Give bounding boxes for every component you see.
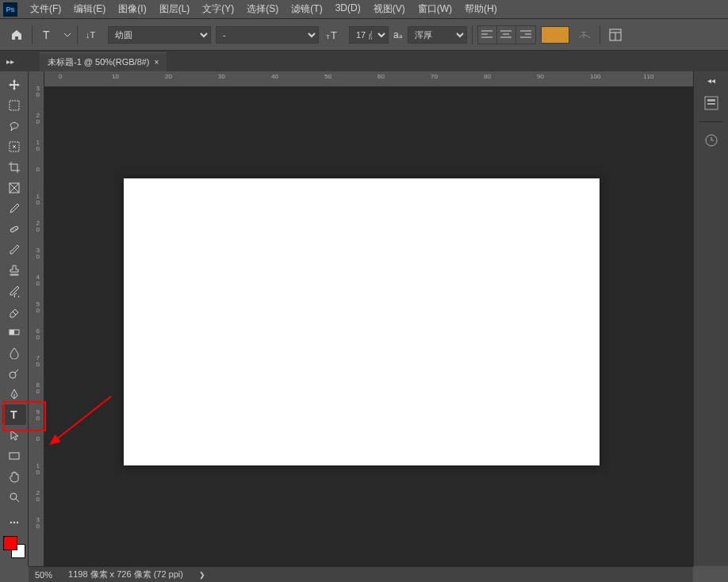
text-orientation-button[interactable]: ↓T xyxy=(82,25,103,45)
menu-bar: Ps 文件(F)编辑(E)图像(I)图层(L)文字(Y)选择(S)滤镜(T)3D… xyxy=(0,0,728,19)
svg-point-20 xyxy=(16,522,17,523)
align-right-button[interactable] xyxy=(516,26,535,44)
menu-item[interactable]: 窗口(W) xyxy=(412,1,458,17)
font-size-icon: TT xyxy=(324,25,344,45)
document-tab-title: 未标题-1 @ 50%(RGB/8#) xyxy=(48,56,150,68)
menu-item[interactable]: 视图(V) xyxy=(367,1,412,17)
options-bar: T ↓T 幼圆 - TT 17 点 aₐ 浑厚 T xyxy=(0,19,728,51)
eraser-tool[interactable] xyxy=(2,301,26,322)
menu-item[interactable]: 图像(I) xyxy=(112,1,152,17)
properties-panel-icon[interactable] xyxy=(699,91,723,115)
quick-select-tool[interactable] xyxy=(2,136,26,157)
align-left-button[interactable] xyxy=(478,26,497,44)
svg-text:T: T xyxy=(10,408,17,421)
move-tool[interactable] xyxy=(2,75,26,95)
character-panel-button[interactable] xyxy=(605,25,626,45)
menu-item[interactable]: 滤镜(T) xyxy=(285,1,328,17)
svg-point-10 xyxy=(12,228,13,229)
svg-point-14 xyxy=(10,372,16,378)
history-brush-tool[interactable] xyxy=(2,281,26,301)
svg-point-19 xyxy=(13,522,14,523)
status-bar: 50% 1198 像素 x 726 像素 (72 ppi) ❯ xyxy=(29,566,693,582)
hand-tool[interactable] xyxy=(2,466,26,487)
tools-panel: T xyxy=(0,71,29,566)
vertical-ruler: 30201001020304050607080900102030 xyxy=(29,71,44,566)
menu-item[interactable]: 文件(F) xyxy=(24,1,67,17)
crop-tool[interactable] xyxy=(2,157,26,178)
menu-item[interactable]: 图层(L) xyxy=(153,1,197,17)
close-tab-button[interactable]: × xyxy=(155,58,159,67)
app-logo-icon: Ps xyxy=(3,2,17,17)
path-select-tool[interactable] xyxy=(2,425,26,446)
align-center-button[interactable] xyxy=(497,26,516,44)
foreground-background-colors[interactable] xyxy=(3,536,25,558)
menu-item[interactable]: 3D(D) xyxy=(329,1,367,17)
text-color-swatch[interactable] xyxy=(541,26,569,44)
menu-item[interactable]: 文字(Y) xyxy=(196,1,240,17)
frame-tool[interactable] xyxy=(2,178,26,198)
foreground-color-swatch[interactable] xyxy=(3,536,17,550)
home-button[interactable] xyxy=(6,25,27,45)
font-style-select[interactable]: - xyxy=(216,26,319,44)
font-family-select[interactable]: 幼圆 xyxy=(108,26,211,44)
warp-text-button[interactable]: T xyxy=(574,25,595,45)
svg-text:T: T xyxy=(581,31,586,40)
dodge-tool[interactable] xyxy=(2,363,26,384)
aa-label: aₐ xyxy=(393,29,403,40)
menu-item[interactable]: 选择(S) xyxy=(240,1,285,17)
svg-text:↓T: ↓T xyxy=(86,30,96,40)
shape-tool[interactable] xyxy=(2,446,26,466)
edit-toolbar-button[interactable] xyxy=(2,512,26,533)
zoom-level[interactable]: 50% xyxy=(35,570,52,580)
brush-tool[interactable] xyxy=(2,239,26,260)
font-size-select[interactable]: 17 点 xyxy=(349,26,389,44)
svg-text:T: T xyxy=(331,29,337,40)
status-caret-icon[interactable]: ❯ xyxy=(199,571,205,579)
svg-rect-23 xyxy=(707,103,715,105)
antialias-select[interactable]: 浑厚 xyxy=(408,26,467,44)
stamp-tool[interactable] xyxy=(2,260,26,281)
svg-rect-22 xyxy=(707,99,715,101)
eyedropper-tool[interactable] xyxy=(2,198,26,219)
svg-rect-16 xyxy=(10,453,19,459)
editor-area: 30201001020304050607080900102030 0102030… xyxy=(29,71,693,566)
horizontal-ruler: 0102030405060708090100110 xyxy=(44,71,693,87)
canvas[interactable] xyxy=(124,178,600,465)
tool-preset-button[interactable]: T xyxy=(37,25,58,45)
svg-point-17 xyxy=(10,493,17,500)
svg-rect-9 xyxy=(10,226,18,232)
type-tool[interactable]: T xyxy=(2,404,26,425)
blur-tool[interactable] xyxy=(2,343,26,363)
history-panel-icon[interactable] xyxy=(699,128,723,152)
pen-tool[interactable] xyxy=(2,384,26,404)
svg-rect-6 xyxy=(10,101,19,110)
collapse-panels-button[interactable]: ▸▸ xyxy=(707,76,715,85)
lasso-tool[interactable] xyxy=(2,116,26,136)
expand-tools-button[interactable]: ▸▸ xyxy=(6,57,14,66)
svg-point-11 xyxy=(15,228,16,229)
menu-item[interactable]: 编辑(E) xyxy=(67,1,112,17)
canvas-viewport[interactable] xyxy=(44,87,693,566)
menu-item[interactable]: 帮助(H) xyxy=(458,1,504,17)
right-panel: ▸▸ xyxy=(693,71,728,566)
svg-text:T: T xyxy=(326,33,330,40)
document-tab[interactable]: 未标题-1 @ 50%(RGB/8#) × xyxy=(40,52,167,71)
gradient-tool[interactable] xyxy=(2,322,26,343)
svg-point-18 xyxy=(10,522,11,523)
document-tab-bar: ▸▸ 未标题-1 @ 50%(RGB/8#) × xyxy=(0,51,728,71)
healing-tool[interactable] xyxy=(2,219,26,239)
text-align-group xyxy=(477,25,536,44)
svg-rect-13 xyxy=(10,330,14,335)
zoom-tool[interactable] xyxy=(2,487,26,507)
svg-text:T: T xyxy=(43,29,50,41)
document-info: 1198 像素 x 726 像素 (72 ppi) xyxy=(68,569,183,580)
marquee-tool[interactable] xyxy=(2,95,26,116)
